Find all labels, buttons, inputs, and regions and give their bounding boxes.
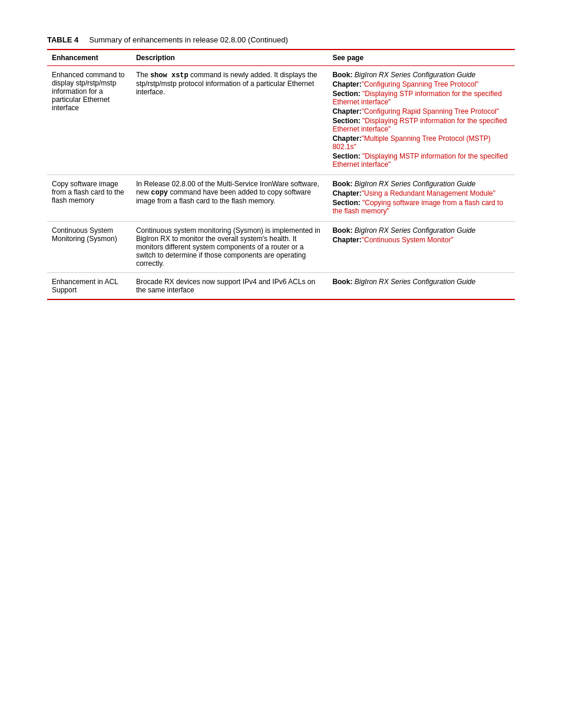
cell-seepage: Book: BigIron RX Series Configuration Gu…: [328, 222, 515, 273]
header-enhancement: Enhancement: [47, 50, 131, 66]
seepage-section: Section: "Displaying MSTP information fo…: [332, 152, 510, 169]
table-heading: Summary of enhancements in release 02.8.…: [89, 35, 287, 44]
chapter-label: Chapter:: [332, 236, 361, 244]
chapter-label: Chapter:: [332, 189, 361, 197]
cell-description: Brocade RX devices now support IPv4 and …: [131, 273, 328, 300]
seepage-section: Section: "Displaying RSTP information fo…: [332, 117, 510, 133]
chapter-link[interactable]: "Configuring Rapid Spanning Tree Protoco…: [362, 107, 499, 116]
chapter-label: Chapter:: [332, 107, 361, 116]
chapter-link[interactable]: "Continuous System Monitor": [362, 236, 454, 244]
cell-enhancement: Continuous System Monitoring (Sysmon): [47, 222, 131, 273]
section-label: Section:: [332, 152, 362, 160]
seepage-book: Book: BigIron RX Series Configuration Gu…: [332, 71, 510, 79]
header-seepage: See page: [328, 50, 515, 66]
chapter-label: Chapter:: [332, 134, 361, 143]
section-label: Section:: [332, 117, 362, 125]
cell-seepage: Book: BigIron RX Series Configuration Gu…: [328, 66, 515, 175]
table-row: Enhanced command to display stp/rstp/mst…: [47, 66, 515, 175]
seepage-chapter: Chapter:"Configuring Spanning Tree Proto…: [332, 80, 510, 88]
cell-enhancement: Enhancement in ACL Support: [47, 273, 131, 300]
table-row: Continuous System Monitoring (Sysmon)Con…: [47, 222, 515, 273]
seepage-section: Section: "Displaying STP information for…: [332, 90, 510, 106]
table-number: TABLE 4: [47, 35, 78, 44]
chapter-link[interactable]: "Configuring Spanning Tree Protocol": [362, 80, 479, 88]
section-label: Section:: [332, 199, 362, 207]
inline-code: show xstp: [150, 71, 189, 80]
table-row: Enhancement in ACL SupportBrocade RX dev…: [47, 273, 515, 300]
cell-enhancement: Enhanced command to display stp/rstp/mst…: [47, 66, 131, 175]
cell-description: The show xstp command is newly added. It…: [131, 66, 328, 175]
cell-seepage: Book: BigIron RX Series Configuration Gu…: [328, 175, 515, 222]
book-title: BigIron RX Series Configuration Guide: [355, 71, 475, 79]
chapter-link[interactable]: "Using a Redundant Management Module": [362, 189, 495, 197]
table-row: Copy software image from a flash card to…: [47, 175, 515, 222]
book-title: BigIron RX Series Configuration Guide: [355, 180, 475, 188]
seepage-book: Book: BigIron RX Series Configuration Gu…: [332, 278, 510, 286]
main-table: Enhancement Description See page Enhance…: [47, 49, 515, 300]
book-label: Book:: [332, 180, 354, 188]
seepage-book: Book: BigIron RX Series Configuration Gu…: [332, 226, 510, 235]
book-title: BigIron RX Series Configuration Guide: [355, 278, 475, 286]
seepage-chapter: Chapter:"Using a Redundant Management Mo…: [332, 189, 510, 197]
seepage-section: Section: "Copying software image from a …: [332, 199, 510, 215]
cell-enhancement: Copy software image from a flash card to…: [47, 175, 131, 222]
table-title: TABLE 4 Summary of enhancements in relea…: [47, 35, 515, 44]
seepage-chapter: Chapter:"Continuous System Monitor": [332, 236, 510, 244]
seepage-book: Book: BigIron RX Series Configuration Gu…: [332, 180, 510, 188]
inline-code: copy: [151, 189, 168, 197]
cell-description: Continuous system monitoring (Sysmon) is…: [131, 222, 328, 273]
book-label: Book:: [332, 226, 354, 235]
table-header-row: Enhancement Description See page: [47, 50, 515, 66]
book-title: BigIron RX Series Configuration Guide: [355, 226, 475, 235]
section-label: Section:: [332, 90, 362, 98]
book-label: Book:: [332, 71, 354, 79]
seepage-chapter: Chapter:"Multiple Spanning Tree Protocol…: [332, 134, 510, 151]
seepage-chapter: Chapter:"Configuring Rapid Spanning Tree…: [332, 107, 510, 116]
book-label: Book:: [332, 278, 354, 286]
cell-description: In Release 02.8.00 of the Multi-Service …: [131, 175, 328, 222]
cell-seepage: Book: BigIron RX Series Configuration Gu…: [328, 273, 515, 300]
header-description: Description: [131, 50, 328, 66]
table-container: TABLE 4 Summary of enhancements in relea…: [47, 35, 515, 300]
chapter-label: Chapter:: [332, 80, 361, 88]
